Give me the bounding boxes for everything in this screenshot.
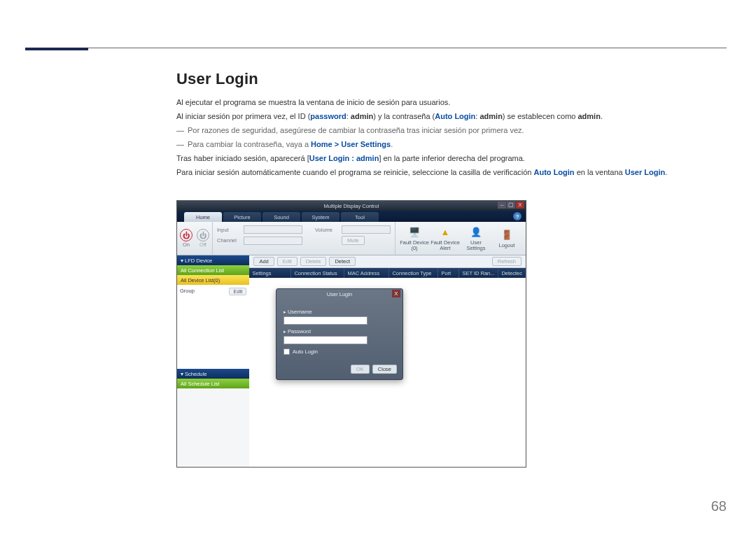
fault-device-button[interactable]: 🖥️Fault Device (0) [400,226,429,251]
ribbon-mid: Input Volume Channel Mute [213,222,395,255]
col-connection-status: Connection Status [291,268,344,278]
table-header: Settings Connection Status MAC Address C… [249,268,526,278]
edit-button[interactable]: Edit [277,257,298,266]
col-setid: SET ID Ran... [459,268,498,278]
ribbon: ⏻ On ⏻ Off Input Volume Channel Mute [177,222,526,255]
sidebar-empty [177,388,249,467]
sidebar-item-all-connection[interactable]: All Connection List [177,265,249,275]
detect-button[interactable]: Detect [329,257,356,266]
tab-home[interactable]: Home [184,212,222,222]
dialog-body: ▸ Username ▸ Password Auto Login [276,300,402,362]
user-login-dialog: User Login X ▸ Username ▸ Password Auto … [276,288,403,380]
note-change-password: ―Para cambiar la contraseña, vaya a Home… [176,139,728,150]
channel-select[interactable] [244,237,302,245]
fault-alert-button[interactable]: ▲Fault Device Alert [430,226,460,251]
mute-button[interactable]: Mute [342,236,365,245]
top-divider-accent [25,48,88,50]
close-button[interactable]: X [516,202,524,209]
help-button[interactable]: ? [513,212,522,220]
volume-slider[interactable] [342,225,391,234]
sidebar-group-label: Group [180,288,195,294]
sidebar: ▾ LFD Device All Connection List All Dev… [177,255,249,467]
sidebar-header-lfd[interactable]: ▾ LFD Device [177,255,249,265]
username-input[interactable] [284,316,368,325]
content-toolbar: Add Edit Delete Detect Refresh [249,255,526,268]
paragraph-intro: Al ejecutar el programa se muestra la ve… [176,97,728,108]
power-off-icon[interactable]: ⏻ [197,229,209,241]
sidebar-edit-button[interactable]: Edit [229,288,246,295]
minimize-button[interactable]: – [498,202,506,209]
tabbar: Home Picture Sound System Tool ? [177,211,526,222]
sidebar-item-all-schedule[interactable]: All Schedule List [177,379,249,388]
alert-icon: ▲ [439,226,451,239]
dialog-ok-button[interactable]: OK [351,365,370,374]
user-icon: 👤 [470,226,482,239]
note-security: ―Por razones de seguridad, asegúrese de … [176,125,728,136]
username-field: ▸ Username [284,309,396,325]
password-field: ▸ Password [284,328,396,344]
password-input[interactable] [284,336,368,344]
col-port: Port [438,268,459,278]
app-screenshot: Multiple Display Control – ▢ X Home Pict… [176,200,526,468]
refresh-button[interactable]: Refresh [492,257,522,266]
dialog-close-button[interactable]: X [392,290,400,297]
dialog-titlebar: User Login X [276,289,402,300]
username-label: ▸ Username [284,309,396,315]
col-mac: MAC Address [344,268,389,278]
door-icon: 🚪 [500,229,513,241]
col-detected: Detectec [498,268,526,278]
dialog-title: User Login [327,291,352,297]
tab-picture[interactable]: Picture [223,212,261,222]
volume-label: Volume [315,227,339,233]
window-titlebar: Multiple Display Control – ▢ X [177,201,526,211]
tab-tool[interactable]: Tool [341,212,379,222]
ribbon-power-group: ⏻ On ⏻ Off [177,222,213,255]
sidebar-header-schedule[interactable]: ▾ Schedule [177,369,249,379]
dialog-actions: OK Close [276,362,402,379]
add-button[interactable]: Add [253,257,274,266]
page-title: User Login [176,70,728,88]
channel-label: Channel [217,237,241,244]
sidebar-item-all-device[interactable]: All Device List(0) [177,275,249,285]
power-off-label: Off [197,241,209,248]
window-title: Multiple Display Control [324,203,379,209]
window-controls: – ▢ X [498,202,524,209]
col-type: Connection Type [389,268,438,278]
page-number: 68 [711,498,727,514]
ribbon-right: 🖥️Fault Device (0) ▲Fault Device Alert 👤… [395,222,526,255]
tab-system[interactable]: System [302,212,340,222]
maximize-button[interactable]: ▢ [507,202,515,209]
logout-button[interactable]: 🚪Logout [492,229,522,248]
power-on-icon[interactable]: ⏻ [180,229,192,241]
col-settings: Settings [249,268,291,278]
sidebar-group-panel: Group Edit [177,285,249,369]
top-divider [25,48,727,48]
power-on-label: On [180,241,192,248]
document-body: User Login Al ejecutar el programa se mu… [176,70,728,181]
input-label: Input [217,227,241,233]
input-select[interactable] [244,225,302,234]
paragraph-defaults: Al iniciar sesión por primera vez, el ID… [176,111,728,122]
dialog-close-action[interactable]: Close [372,365,397,374]
delete-button[interactable]: Delete [300,257,327,266]
paragraph-autologin: Para iniciar sesión automáticamente cuan… [176,167,728,178]
auto-login-label: Auto Login [293,349,318,355]
auto-login-checkbox[interactable] [284,349,290,355]
monitor-icon: 🖥️ [408,226,421,239]
tab-sound[interactable]: Sound [262,212,300,222]
auto-login-row[interactable]: Auto Login [284,349,396,355]
user-settings-button[interactable]: 👤User Settings [461,226,491,251]
paragraph-after-login: Tras haber iniciado sesión, aparecerá [U… [176,153,728,164]
password-label: ▸ Password [284,328,396,335]
